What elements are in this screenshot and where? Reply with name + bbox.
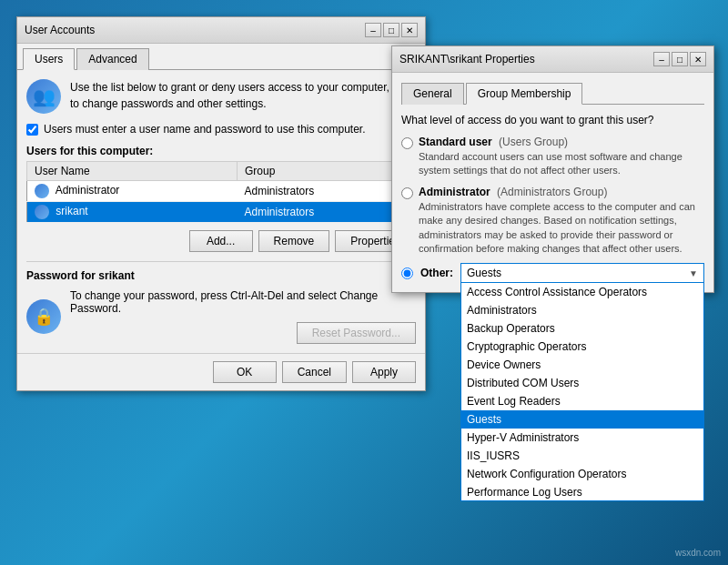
reset-password-button[interactable]: Reset Password... <box>297 322 416 344</box>
tab-users[interactable]: Users <box>23 48 75 70</box>
col-header-group: Group <box>238 162 416 181</box>
list-item[interactable]: Distributed COM Users <box>461 374 703 392</box>
other-radio[interactable] <box>401 267 413 279</box>
password-description: To change your password, press Ctrl-Alt-… <box>70 289 416 315</box>
user-row-icon <box>35 205 49 219</box>
standard-user-radio[interactable] <box>401 137 413 149</box>
user-row-icon <box>35 184 49 198</box>
srikant-title: SRIKANT\srikant Properties <box>399 53 535 66</box>
apply-button[interactable]: Apply <box>352 361 416 383</box>
list-item[interactable]: Cryptographic Operators <box>461 338 703 356</box>
administrator-label: Administrator (Administrators Group) Adm… <box>419 186 704 257</box>
users-list-label: Users for this computer: <box>26 145 416 157</box>
list-item[interactable]: Performance Log Users <box>461 483 703 501</box>
user-action-buttons: Add... Remove Properties <box>26 230 416 252</box>
list-item[interactable]: Administrators <box>461 301 703 319</box>
tab-general[interactable]: General <box>401 83 464 105</box>
list-item[interactable]: Access Control Assistance Operators <box>461 283 703 301</box>
group-dropdown[interactable]: Guests ▼ <box>460 263 704 283</box>
srikant-titlebar-controls: – □ ✕ <box>653 52 706 66</box>
standard-user-label: Standard user (Users Group) Standard acc… <box>419 136 704 178</box>
srikant-minimize-button[interactable]: – <box>653 52 670 66</box>
tab-advanced[interactable]: Advanced <box>76 48 148 70</box>
must-enter-password-label: Users must enter a user name and passwor… <box>44 123 366 136</box>
administrator-radio[interactable] <box>401 187 413 199</box>
standard-user-title-row: Standard user (Users Group) <box>419 136 704 148</box>
tab-group-membership[interactable]: Group Membership <box>466 83 583 105</box>
user-accounts-tabs: Users Advanced <box>17 44 425 70</box>
standard-user-title: Standard user <box>419 136 492 148</box>
administrator-title: Administrator <box>419 186 490 198</box>
users-tab-content: 👥 Use the list below to grant or deny us… <box>17 70 425 353</box>
srikant-close-button[interactable]: ✕ <box>690 52 706 66</box>
users-icon: 👥 <box>26 79 61 114</box>
standard-user-option: Standard user (Users Group) Standard acc… <box>401 136 704 178</box>
standard-user-group: (Users Group) <box>499 136 568 148</box>
user-accounts-content: Users Advanced 👥 Use the list below to g… <box>17 44 425 390</box>
administrator-title-row: Administrator (Administrators Group) <box>419 186 704 198</box>
list-item[interactable]: Network Configuration Operators <box>461 465 703 483</box>
users-table: User Name Group Administrator Administra… <box>26 161 416 223</box>
dialog-bottom-buttons: OK Cancel Apply <box>17 353 425 390</box>
user-group-cell: Administrators <box>238 181 416 202</box>
password-section-title: Password for srikant <box>26 269 416 282</box>
ok-button[interactable]: OK <box>213 361 277 383</box>
administrator-desc: Administrators have complete access to t… <box>419 200 704 257</box>
administrator-group: (Administrators Group) <box>497 186 607 198</box>
group-dropdown-list: Access Control Assistance Operators Admi… <box>460 283 704 501</box>
srikant-properties-dialog: SRIKANT\srikant Properties – □ ✕ General… <box>391 45 714 293</box>
must-enter-password-checkbox[interactable] <box>26 124 38 136</box>
srikant-titlebar: SRIKANT\srikant Properties – □ ✕ <box>392 46 713 73</box>
list-item[interactable]: Device Owners <box>461 356 703 374</box>
list-item[interactable]: Event Log Readers <box>461 392 703 410</box>
users-header-text: Use the list below to grant or deny user… <box>70 79 416 112</box>
administrator-option: Administrator (Administrators Group) Adm… <box>401 186 704 257</box>
close-button[interactable]: ✕ <box>401 23 418 37</box>
standard-user-desc: Standard account users can use most soft… <box>419 150 704 178</box>
list-item-guests[interactable]: Guests <box>461 410 703 429</box>
minimize-button[interactable]: – <box>365 23 381 37</box>
users-header-section: 👥 Use the list below to grant or deny us… <box>26 79 416 114</box>
other-label: Other: <box>420 267 453 279</box>
user-group-cell: Administrators <box>238 202 416 223</box>
list-item[interactable]: Hyper-V Administrators <box>461 429 703 447</box>
user-accounts-title: User Accounts <box>25 24 95 36</box>
col-header-username: User Name <box>27 162 238 181</box>
add-button[interactable]: Add... <box>189 230 253 252</box>
password-row: 🔒 To change your password, press Ctrl-Al… <box>26 289 416 344</box>
list-item[interactable]: Backup Operators <box>461 319 703 338</box>
user-accounts-dialog: User Accounts – □ ✕ Users Advanced 👥 Use… <box>16 16 426 391</box>
srikant-content: General Group Membership What level of a… <box>392 73 713 292</box>
maximize-button[interactable]: □ <box>383 23 399 37</box>
titlebar-controls: – □ ✕ <box>365 23 418 37</box>
user-name-cell: Administrator <box>27 181 238 202</box>
cancel-button[interactable]: Cancel <box>282 361 347 383</box>
must-enter-password-row: Users must enter a user name and passwor… <box>26 123 416 136</box>
list-item[interactable]: IIS_IUSRS <box>461 447 703 465</box>
remove-button[interactable]: Remove <box>258 230 330 252</box>
user-accounts-titlebar: User Accounts – □ ✕ <box>17 17 425 44</box>
watermark: wsxdn.com <box>675 548 721 558</box>
chevron-down-icon: ▼ <box>689 268 698 278</box>
table-row[interactable]: Administrator Administrators <box>27 181 416 202</box>
password-text-area: To change your password, press Ctrl-Alt-… <box>70 289 416 344</box>
table-row[interactable]: srikant Administrators <box>27 202 416 223</box>
dropdown-selected-value: Guests <box>467 267 501 279</box>
password-icon: 🔒 <box>26 299 61 334</box>
access-question: What level of access do you want to gran… <box>401 114 704 126</box>
password-section: Password for srikant 🔒 To change your pa… <box>26 261 416 344</box>
group-dropdown-container: Guests ▼ Access Control Assistance Opera… <box>460 263 704 283</box>
other-option-row: Other: Guests ▼ Access Control Assistanc… <box>401 263 704 283</box>
srikant-maximize-button[interactable]: □ <box>672 52 688 66</box>
srikant-tabs: General Group Membership <box>401 82 704 105</box>
user-name-cell: srikant <box>27 202 238 223</box>
